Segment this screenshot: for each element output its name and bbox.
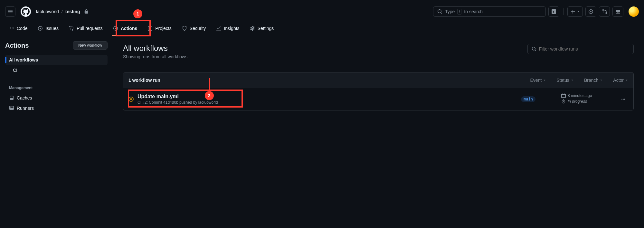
github-icon bbox=[22, 8, 30, 15]
code-label: Code bbox=[17, 26, 27, 31]
tab-pulls[interactable]: Pull requests bbox=[65, 21, 107, 36]
kebab-icon bbox=[620, 97, 626, 102]
run-sub: CI #2: Commit 41d4d0b pushed by laoluowo… bbox=[137, 100, 508, 105]
chevron-down-icon bbox=[571, 79, 574, 82]
issues-button[interactable] bbox=[585, 6, 596, 17]
global-header: laoluoworld / testing Type / to search bbox=[0, 0, 644, 18]
settings-label: Settings bbox=[258, 26, 274, 31]
run-main: Update main.yml CI #2: Commit 41d4d0b pu… bbox=[137, 94, 508, 105]
filter-branch[interactable]: Branch bbox=[584, 78, 603, 83]
breadcrumb: laoluoworld / testing bbox=[36, 9, 89, 14]
sidebar-item-ci[interactable]: CI bbox=[5, 65, 108, 75]
tab-settings[interactable]: Settings bbox=[246, 21, 278, 36]
caches-label: Caches bbox=[17, 95, 32, 100]
run-title-link[interactable]: Update main.yml bbox=[137, 94, 508, 100]
pull-icon bbox=[69, 26, 74, 31]
repo-nav: Code Issues Pull requests Actions Projec… bbox=[0, 21, 644, 36]
inbox-button[interactable] bbox=[612, 6, 623, 17]
main: Actions New workflow All workflows CI Ma… bbox=[0, 36, 644, 228]
search-suffix: to search bbox=[464, 9, 483, 14]
run-sub-prefix: CI #2: Commit bbox=[137, 100, 162, 105]
issue-icon bbox=[588, 9, 593, 14]
sidebar: Actions New workflow All workflows CI Ma… bbox=[0, 36, 113, 228]
avatar[interactable] bbox=[629, 6, 639, 17]
breadcrumb-sep: / bbox=[62, 9, 63, 14]
issues-icon bbox=[38, 26, 43, 31]
shield-icon bbox=[182, 26, 187, 31]
sidebar-item-caches[interactable]: Caches bbox=[5, 93, 108, 103]
header-right: Type / to search bbox=[433, 6, 639, 17]
new-workflow-button[interactable]: New workflow bbox=[73, 41, 108, 50]
sidebar-item-runners[interactable]: Runners bbox=[5, 103, 108, 113]
runs-count: 1 workflow run bbox=[128, 78, 160, 83]
pulls-label: Pull requests bbox=[77, 26, 103, 31]
sidebar-item-all-workflows[interactable]: All workflows bbox=[5, 55, 108, 65]
content: All workflows Showing runs from all work… bbox=[113, 36, 644, 228]
status-in-progress-icon bbox=[128, 97, 134, 102]
search-icon bbox=[437, 9, 442, 14]
tab-issues[interactable]: Issues bbox=[34, 21, 62, 36]
create-button[interactable] bbox=[567, 6, 583, 17]
tab-code[interactable]: Code bbox=[5, 21, 31, 36]
tab-actions[interactable]: Actions bbox=[109, 21, 141, 36]
issues-label: Issues bbox=[45, 26, 58, 31]
tab-insights[interactable]: Insights bbox=[212, 21, 243, 36]
filter-event[interactable]: Event bbox=[530, 78, 546, 83]
pull-icon bbox=[602, 9, 607, 14]
command-palette-button[interactable] bbox=[548, 6, 559, 17]
management-heading: Management bbox=[5, 83, 108, 93]
content-top: All workflows Showing runs from all work… bbox=[123, 44, 634, 67]
tab-security[interactable]: Security bbox=[178, 21, 210, 36]
branch-badge[interactable]: main bbox=[521, 96, 535, 102]
filter-input-field[interactable] bbox=[539, 46, 630, 52]
runs-box: 1 workflow run Event Status Branch Actor… bbox=[123, 72, 634, 110]
filter-actor[interactable]: Actor bbox=[613, 78, 628, 83]
run-time: 8 minutes ago bbox=[568, 93, 592, 98]
terminal-icon bbox=[551, 9, 556, 14]
runners-label: Runners bbox=[17, 106, 34, 111]
lock-icon bbox=[84, 9, 89, 14]
calendar-icon bbox=[561, 93, 566, 98]
security-label: Security bbox=[190, 26, 206, 31]
run-meta: 8 minutes ago In progress bbox=[561, 93, 613, 105]
repo-link[interactable]: testing bbox=[65, 9, 80, 14]
server-icon bbox=[9, 106, 14, 111]
chevron-down-icon bbox=[600, 79, 603, 82]
global-search[interactable]: Type / to search bbox=[433, 6, 546, 17]
projects-label: Projects bbox=[155, 26, 172, 31]
actions-label: Actions bbox=[121, 26, 137, 31]
pulls-button[interactable] bbox=[599, 6, 610, 17]
search-kbd: / bbox=[457, 9, 461, 14]
search-icon bbox=[532, 46, 536, 52]
stopwatch-icon bbox=[561, 99, 566, 104]
code-icon bbox=[9, 26, 14, 31]
chevron-down-icon bbox=[577, 10, 580, 13]
chevron-down-icon bbox=[625, 79, 628, 82]
filter-status[interactable]: Status bbox=[556, 78, 574, 83]
insights-label: Insights bbox=[224, 26, 239, 31]
table-row: Update main.yml CI #2: Commit 41d4d0b pu… bbox=[123, 88, 633, 110]
page-subtitle: Showing runs from all workflows bbox=[123, 54, 187, 59]
github-logo[interactable] bbox=[21, 6, 31, 17]
run-sub-suffix: pushed by laoluoworld bbox=[179, 100, 218, 105]
tab-projects[interactable]: Projects bbox=[144, 21, 175, 36]
cache-icon bbox=[9, 95, 14, 100]
gear-icon bbox=[250, 26, 255, 31]
owner-link[interactable]: laoluoworld bbox=[36, 9, 59, 14]
play-icon bbox=[113, 26, 118, 31]
plus-icon bbox=[570, 9, 575, 14]
sidebar-title: Actions bbox=[5, 42, 29, 49]
search-prefix: Type bbox=[445, 9, 455, 14]
commit-link[interactable]: 41d4d0b bbox=[163, 100, 178, 105]
run-duration: In progress bbox=[568, 99, 587, 104]
inbox-icon bbox=[615, 9, 620, 14]
menu-button[interactable] bbox=[5, 6, 15, 17]
projects-icon bbox=[147, 26, 153, 31]
runs-header: 1 workflow run Event Status Branch Actor bbox=[123, 72, 633, 88]
chevron-down-icon bbox=[543, 79, 546, 82]
run-menu-button[interactable] bbox=[618, 97, 628, 102]
page-title: All workflows bbox=[123, 44, 187, 53]
filter-runs-input[interactable] bbox=[527, 44, 634, 54]
workflow-list: All workflows CI bbox=[5, 55, 108, 75]
divider bbox=[563, 8, 564, 15]
